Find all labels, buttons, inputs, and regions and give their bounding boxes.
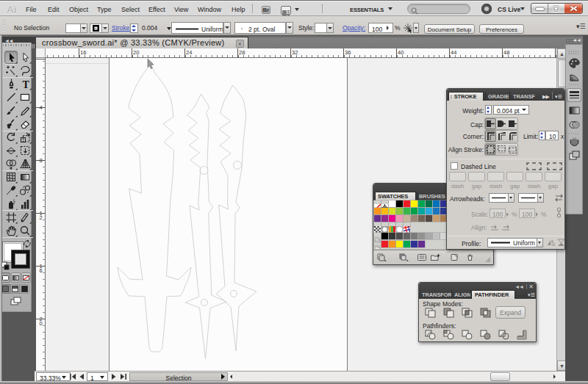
svg-text:2 pt. Oval: 2 pt. Oval <box>248 26 275 33</box>
svg-text:Uniform: Uniform <box>201 26 223 33</box>
svg-text:Uniform: Uniform <box>513 239 535 247</box>
svg-text:T: T <box>23 79 30 90</box>
